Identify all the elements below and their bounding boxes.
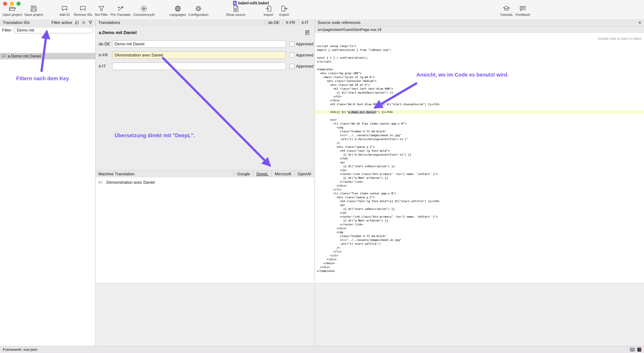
open-folder-icon [9,5,16,12]
tab-it-IT[interactable]: it-IT [298,19,312,26]
language-tabs: de-DE fr-FR it-IT [265,19,312,26]
translation-id-item[interactable]: a.Demo mit Daniel [0,53,95,59]
approved-label-it: Approved [296,64,314,69]
add-id-icon [61,5,68,12]
translation-input-de[interactable] [112,40,286,48]
tab-microsoft[interactable]: Microsoft [271,171,294,177]
translations-header: Translations de-DE fr-FR it-IT [96,19,314,26]
add-id-button[interactable]: Add ID [58,5,72,17]
translations-title: Translations [98,20,120,25]
filter-input[interactable] [14,27,93,33]
source-code-panel: Source code references × src/pages/start… [314,19,644,346]
translations-panel: Translations de-DE fr-FR it-IT a.Demo mi… [96,19,314,346]
translation-input-fr[interactable] [112,52,286,59]
mt-shortcut-badge: ⌘1 [98,180,103,184]
configuration-button[interactable]: Configuration [188,5,208,17]
languages-button[interactable]: Languages [170,5,186,17]
entry-title: a.Demo mit Daniel [99,30,311,35]
lang-label-de: de-DE [99,42,112,46]
tab-de-DE[interactable]: de-DE [265,19,282,26]
source-document-icon [232,5,239,12]
code-block: <script setup lang="ts">import { useTran… [315,44,644,273]
magic-wand-icon [117,5,124,12]
lang-label-it: it-IT [99,64,112,69]
graduation-cap-icon [503,5,510,12]
feedback-button[interactable]: Feedback [515,5,530,17]
file-reference: src/pages/start/GuestStartPage.vue:18 [318,28,382,32]
filter-icon[interactable] [88,21,93,25]
gear-icon [195,5,202,12]
translation-id-label: a.Demo mit Daniel [8,54,41,59]
pre-translate-button[interactable]: Pre-Translate [110,5,131,17]
approved-checkbox-it[interactable] [289,64,294,69]
approved-checkbox-fr[interactable] [289,53,294,58]
import-icon [265,5,272,12]
export-button[interactable]: Export [278,5,291,17]
refresh-icon[interactable] [75,21,79,25]
translation-row-it: it-IT Approved [96,63,314,70]
machine-translation-results: ⌘1 Démonstration avec Daniel [96,177,314,283]
tab-openai[interactable]: OpenAI [294,171,314,177]
source-code-title: Source code references [318,20,360,25]
mt-suggestion[interactable]: ⌘1 Démonstration avec Daniel [96,177,314,185]
approved-label-fr: Approved [296,53,314,58]
open-project-button[interactable]: Open project [3,5,22,17]
save-icon [30,5,37,12]
mt-provider-tabs: Google DeepL Microsoft OpenAI [234,171,314,177]
approved-checkbox-de[interactable] [289,42,294,47]
babeledit-window: b babel-edit.babel Open project Save pro… [0,0,644,353]
translation-ids-header: Translation IDs Filter active [0,19,95,26]
filter-label: Filter: [2,28,12,33]
window-title: b babel-edit.babel [233,1,269,6]
export-icon [281,5,288,12]
filter-funnel-icon [98,5,105,12]
import-button[interactable]: Import [262,5,275,17]
remove-ids-button[interactable]: Remove IDs [74,5,92,17]
globe-icon [174,5,182,12]
window-chrome: b babel-edit.babel Open project Save pro… [0,0,644,20]
translation-ids-panel: Translation IDs Filter active Filter: a.… [0,19,96,346]
message-bubble-icon [2,54,6,58]
source-references-icon [305,30,310,35]
status-bar: Framework: vue-json [0,346,644,353]
source-code-header: Source code references × [315,19,644,26]
set-filter-button[interactable]: Set Filter [95,5,108,17]
close-panel-icon[interactable]: × [638,20,641,25]
source-references-toggle[interactable] [305,30,310,37]
tab-google[interactable]: Google [234,171,253,177]
highlighted-translation-key: a.Demo mit Daniel [348,110,376,114]
translation-ids-title: Translation IDs [3,20,30,25]
keyboard-icon[interactable] [630,347,635,352]
consistency-ai-button[interactable]: ConsistencyAI [133,5,154,17]
filter-active-label: Filter active [51,20,72,25]
translation-editor: a.Demo mit Daniel de-DE Approved fr-FR A… [96,26,314,170]
editor-hint: Double-click to open in editor [598,37,641,41]
app-icon: b [233,1,237,5]
machine-translation-header: Machine Translation Google DeepL Microso… [96,170,314,178]
code-viewer[interactable]: Double-click to open in editor <script s… [315,33,644,283]
translation-id-list: a.Demo mit Daniel [0,53,95,346]
show-source-button[interactable]: Show source [226,5,246,17]
tab-fr-FR[interactable]: fr-FR [282,19,298,26]
feedback-bubble-icon [519,5,526,12]
file-reference-bar[interactable]: src/pages/start/GuestStartPage.vue:18 [315,26,644,33]
tutorials-button[interactable]: Tutorials [500,5,513,17]
machine-translation-title: Machine Translation [98,172,134,176]
app-badge-icon[interactable] [637,347,641,352]
tab-deepl[interactable]: DeepL [253,171,272,177]
toolbar: Open project Save project Add ID Remove … [0,5,644,19]
approved-label-de: Approved [296,42,314,46]
remove-ids-icon [80,5,86,12]
save-project-button[interactable]: Save project [24,5,43,17]
consistency-ai-icon [140,5,147,12]
filter-row: Filter: [0,26,95,34]
framework-label: Framework: vue-json [3,347,37,352]
translation-input-it[interactable] [112,63,286,70]
mt-result-text: Démonstration avec Daniel [106,180,155,185]
translation-row-fr: fr-FR Approved [96,52,314,59]
clear-filter-icon[interactable] [82,21,86,25]
lang-label-fr: fr-FR [99,53,112,58]
translation-row-de: de-DE Approved [96,40,314,48]
